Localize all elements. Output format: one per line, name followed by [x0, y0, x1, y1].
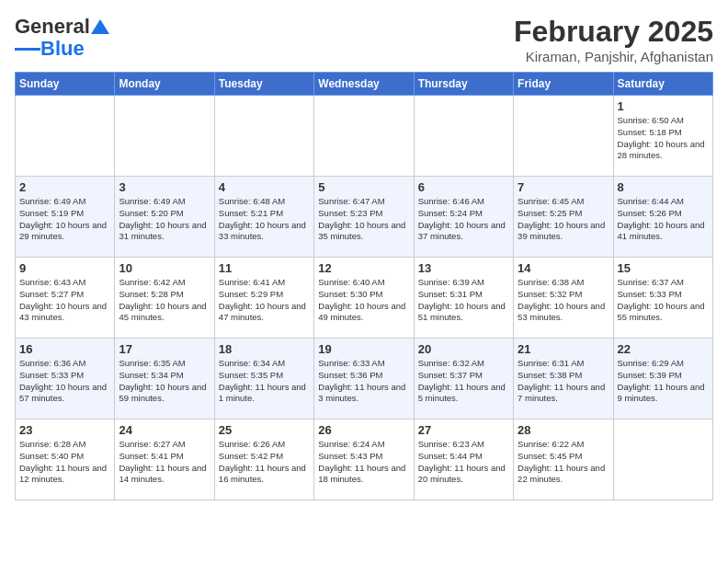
- calendar-cell: 10Sunrise: 6:42 AM Sunset: 5:28 PM Dayli…: [115, 258, 214, 339]
- calendar-cell: 26Sunrise: 6:24 AM Sunset: 5:43 PM Dayli…: [314, 419, 414, 500]
- calendar-cell: [16, 96, 115, 177]
- location-title: Kiraman, Panjshir, Afghanistan: [514, 49, 713, 64]
- day-info: Sunrise: 6:32 AM Sunset: 5:37 PM Dayligh…: [418, 358, 509, 405]
- day-number: 15: [618, 261, 709, 275]
- calendar-cell: 12Sunrise: 6:40 AM Sunset: 5:30 PM Dayli…: [314, 258, 414, 339]
- calendar-cell: 7Sunrise: 6:45 AM Sunset: 5:25 PM Daylig…: [514, 177, 613, 258]
- calendar-cell: 17Sunrise: 6:35 AM Sunset: 5:34 PM Dayli…: [115, 339, 214, 419]
- logo-general-text: General: [15, 15, 90, 39]
- day-info: Sunrise: 6:27 AM Sunset: 5:41 PM Dayligh…: [119, 439, 210, 486]
- calendar-cell: 13Sunrise: 6:39 AM Sunset: 5:31 PM Dayli…: [414, 258, 513, 339]
- calendar-cell: 1Sunrise: 6:50 AM Sunset: 5:18 PM Daylig…: [613, 96, 712, 177]
- day-info: Sunrise: 6:45 AM Sunset: 5:25 PM Dayligh…: [518, 196, 609, 243]
- calendar-cell: 27Sunrise: 6:23 AM Sunset: 5:44 PM Dayli…: [414, 419, 513, 500]
- day-info: Sunrise: 6:34 AM Sunset: 5:35 PM Dayligh…: [219, 358, 310, 405]
- calendar-cell: [414, 96, 513, 177]
- day-info: Sunrise: 6:28 AM Sunset: 5:40 PM Dayligh…: [19, 439, 110, 486]
- day-number: 10: [119, 261, 210, 275]
- day-info: Sunrise: 6:40 AM Sunset: 5:30 PM Dayligh…: [318, 277, 409, 324]
- page-header: General Blue February 2025 Kiraman, Panj…: [15, 15, 713, 64]
- day-number: 23: [19, 423, 110, 437]
- day-number: 6: [418, 180, 509, 194]
- day-info: Sunrise: 6:31 AM Sunset: 5:38 PM Dayligh…: [518, 358, 609, 405]
- day-number: 8: [618, 180, 709, 194]
- day-info: Sunrise: 6:39 AM Sunset: 5:31 PM Dayligh…: [418, 277, 509, 324]
- day-number: 4: [219, 180, 310, 194]
- calendar-week-5: 23Sunrise: 6:28 AM Sunset: 5:40 PM Dayli…: [16, 419, 713, 500]
- calendar-cell: 5Sunrise: 6:47 AM Sunset: 5:23 PM Daylig…: [314, 177, 414, 258]
- day-info: Sunrise: 6:33 AM Sunset: 5:36 PM Dayligh…: [318, 358, 409, 405]
- month-title: February 2025: [514, 15, 713, 49]
- svg-marker-0: [91, 19, 109, 34]
- day-info: Sunrise: 6:50 AM Sunset: 5:18 PM Dayligh…: [618, 115, 709, 162]
- day-number: 16: [19, 342, 110, 356]
- calendar-cell: [314, 96, 414, 177]
- day-number: 28: [518, 423, 609, 437]
- day-info: Sunrise: 6:49 AM Sunset: 5:20 PM Dayligh…: [119, 196, 210, 243]
- logo-icon: [91, 17, 109, 36]
- calendar-cell: 11Sunrise: 6:41 AM Sunset: 5:29 PM Dayli…: [214, 258, 313, 339]
- day-info: Sunrise: 6:48 AM Sunset: 5:21 PM Dayligh…: [219, 196, 310, 243]
- day-number: 25: [219, 423, 310, 437]
- day-info: Sunrise: 6:41 AM Sunset: 5:29 PM Dayligh…: [219, 277, 310, 324]
- calendar-cell: [613, 419, 712, 500]
- day-number: 18: [219, 342, 310, 356]
- calendar-cell: [115, 96, 214, 177]
- day-number: 7: [518, 180, 609, 194]
- day-number: 12: [318, 261, 409, 275]
- day-info: Sunrise: 6:26 AM Sunset: 5:42 PM Dayligh…: [219, 439, 310, 486]
- calendar-cell: 9Sunrise: 6:43 AM Sunset: 5:27 PM Daylig…: [16, 258, 115, 339]
- calendar-cell: 4Sunrise: 6:48 AM Sunset: 5:21 PM Daylig…: [214, 177, 313, 258]
- weekday-header-friday: Friday: [514, 73, 613, 96]
- calendar-week-4: 16Sunrise: 6:36 AM Sunset: 5:33 PM Dayli…: [16, 339, 713, 419]
- calendar-week-1: 1Sunrise: 6:50 AM Sunset: 5:18 PM Daylig…: [16, 96, 713, 177]
- day-number: 26: [318, 423, 409, 437]
- day-number: 19: [318, 342, 409, 356]
- day-number: 27: [418, 423, 509, 437]
- calendar-cell: 6Sunrise: 6:46 AM Sunset: 5:24 PM Daylig…: [414, 177, 513, 258]
- day-info: Sunrise: 6:24 AM Sunset: 5:43 PM Dayligh…: [318, 439, 409, 486]
- weekday-header-tuesday: Tuesday: [214, 73, 313, 96]
- day-number: 9: [19, 261, 110, 275]
- day-number: 11: [219, 261, 310, 275]
- day-number: 22: [618, 342, 709, 356]
- weekday-header-wednesday: Wednesday: [314, 73, 414, 96]
- calendar-week-2: 2Sunrise: 6:49 AM Sunset: 5:19 PM Daylig…: [16, 177, 713, 258]
- calendar-cell: 24Sunrise: 6:27 AM Sunset: 5:41 PM Dayli…: [115, 419, 214, 500]
- calendar-cell: 21Sunrise: 6:31 AM Sunset: 5:38 PM Dayli…: [514, 339, 613, 419]
- day-info: Sunrise: 6:37 AM Sunset: 5:33 PM Dayligh…: [618, 277, 709, 324]
- day-info: Sunrise: 6:47 AM Sunset: 5:23 PM Dayligh…: [318, 196, 409, 243]
- day-info: Sunrise: 6:22 AM Sunset: 5:45 PM Dayligh…: [518, 439, 609, 486]
- calendar-cell: 23Sunrise: 6:28 AM Sunset: 5:40 PM Dayli…: [16, 419, 115, 500]
- day-number: 2: [19, 180, 110, 194]
- logo-blue-text: Blue: [40, 37, 85, 61]
- day-info: Sunrise: 6:42 AM Sunset: 5:28 PM Dayligh…: [119, 277, 210, 324]
- day-number: 3: [119, 180, 210, 194]
- day-number: 17: [119, 342, 210, 356]
- day-number: 21: [518, 342, 609, 356]
- day-info: Sunrise: 6:38 AM Sunset: 5:32 PM Dayligh…: [518, 277, 609, 324]
- day-info: Sunrise: 6:35 AM Sunset: 5:34 PM Dayligh…: [119, 358, 210, 405]
- weekday-header-sunday: Sunday: [16, 73, 115, 96]
- day-info: Sunrise: 6:23 AM Sunset: 5:44 PM Dayligh…: [418, 439, 509, 486]
- day-info: Sunrise: 6:43 AM Sunset: 5:27 PM Dayligh…: [19, 277, 110, 324]
- calendar-cell: 16Sunrise: 6:36 AM Sunset: 5:33 PM Dayli…: [16, 339, 115, 419]
- calendar-table: SundayMondayTuesdayWednesdayThursdayFrid…: [15, 72, 713, 500]
- calendar-cell: [214, 96, 313, 177]
- calendar-cell: 20Sunrise: 6:32 AM Sunset: 5:37 PM Dayli…: [414, 339, 513, 419]
- day-info: Sunrise: 6:29 AM Sunset: 5:39 PM Dayligh…: [618, 358, 709, 405]
- day-info: Sunrise: 6:46 AM Sunset: 5:24 PM Dayligh…: [418, 196, 509, 243]
- calendar-cell: 14Sunrise: 6:38 AM Sunset: 5:32 PM Dayli…: [514, 258, 613, 339]
- day-number: 1: [618, 99, 709, 113]
- day-info: Sunrise: 6:36 AM Sunset: 5:33 PM Dayligh…: [19, 358, 110, 405]
- calendar-body: 1Sunrise: 6:50 AM Sunset: 5:18 PM Daylig…: [16, 96, 713, 500]
- day-number: 13: [418, 261, 509, 275]
- weekday-header-saturday: Saturday: [613, 73, 712, 96]
- calendar-cell: 22Sunrise: 6:29 AM Sunset: 5:39 PM Dayli…: [613, 339, 712, 419]
- calendar-cell: 19Sunrise: 6:33 AM Sunset: 5:36 PM Dayli…: [314, 339, 414, 419]
- calendar-cell: 3Sunrise: 6:49 AM Sunset: 5:20 PM Daylig…: [115, 177, 214, 258]
- day-info: Sunrise: 6:49 AM Sunset: 5:19 PM Dayligh…: [19, 196, 110, 243]
- day-info: Sunrise: 6:44 AM Sunset: 5:26 PM Dayligh…: [618, 196, 709, 243]
- calendar-cell: [514, 96, 613, 177]
- calendar-cell: 8Sunrise: 6:44 AM Sunset: 5:26 PM Daylig…: [613, 177, 712, 258]
